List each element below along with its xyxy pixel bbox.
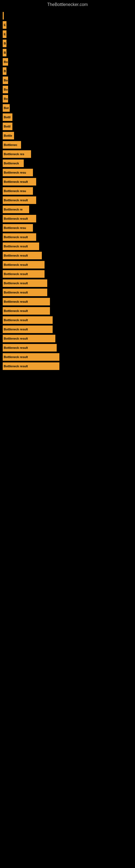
bar-row <box>3 12 135 20</box>
bar-label-30: Bottleneck result <box>4 282 28 285</box>
bar-row: Bottl <box>3 113 135 121</box>
bar-36: Bottleneck result <box>3 335 55 342</box>
bar-row: B <box>3 49 135 56</box>
bar-24: Bottleneck resu <box>3 224 33 231</box>
bar-row: Bottlenec <box>3 141 135 149</box>
bar-12: Bottl <box>3 113 12 121</box>
bar-17: Bottleneck <box>3 159 24 167</box>
bar-26: Bottleneck result <box>3 243 39 250</box>
bar-35: Bottleneck result <box>3 326 53 333</box>
bar-9: Bo <box>3 86 8 93</box>
bar-row: B <box>3 40 135 47</box>
bar-label-25: Bottleneck result <box>4 236 28 239</box>
bar-5: B <box>3 49 6 56</box>
bar-15: Bottlenec <box>3 141 21 149</box>
bar-27: Bottleneck result <box>3 252 42 259</box>
bar-31: Bottleneck result <box>3 289 47 296</box>
bar-25: Bottleneck result <box>3 233 36 241</box>
bar-18: Bottleneck resu <box>3 169 33 176</box>
bar-38: Bottleneck result <box>3 353 59 361</box>
bars-container: EEBBBoBBoBoBoBotBottlBottlBottleBottlene… <box>0 9 135 374</box>
bar-label-36: Bottleneck result <box>4 337 28 340</box>
bar-row: Bottleneck result <box>3 233 135 241</box>
bar-2: E <box>3 21 6 29</box>
bar-14: Bottle <box>3 132 14 140</box>
bar-39: Bottleneck result <box>3 362 59 370</box>
bar-21: Bottleneck result <box>3 196 36 204</box>
bar-label-38: Bottleneck result <box>4 355 28 359</box>
bar-row: Bottleneck result <box>3 261 135 269</box>
bar-label-18: Bottleneck resu <box>4 171 26 174</box>
bar-6: Bo <box>3 58 8 66</box>
bar-label-24: Bottleneck resu <box>4 226 26 229</box>
bar-label-8: Bo <box>4 79 8 82</box>
bar-label-37: Bottleneck result <box>4 346 28 349</box>
bar-28: Bottleneck result <box>3 261 45 269</box>
bar-row: Bottleneck result <box>3 362 135 370</box>
bar-3: E <box>3 30 6 38</box>
bar-row: Bottl <box>3 123 135 130</box>
bar-row: Bo <box>3 95 135 102</box>
bar-37: Bottleneck result <box>3 344 57 351</box>
bar-label-34: Bottleneck result <box>4 318 28 322</box>
bar-label-13: Bottl <box>4 125 10 128</box>
bar-row: Bot <box>3 104 135 112</box>
bar-row: E <box>3 21 135 29</box>
bar-row: Bottleneck result <box>3 316 135 324</box>
bar-label-22: Bottleneck re <box>4 208 23 211</box>
bar-row: Bottleneck res <box>3 150 135 158</box>
bar-22: Bottleneck re <box>3 206 29 213</box>
bar-row: Bottleneck result <box>3 270 135 278</box>
bar-row: B <box>3 67 135 75</box>
bar-20: Bottleneck resu <box>3 187 33 195</box>
bar-label-28: Bottleneck result <box>4 263 28 267</box>
bar-label-17: Bottleneck <box>4 162 19 165</box>
site-title: TheBottlenecker.com <box>0 0 135 9</box>
bar-7: B <box>3 67 6 75</box>
bar-row: Bottleneck result <box>3 326 135 333</box>
bar-label-10: Bo <box>4 97 8 100</box>
bar-row: Bo <box>3 76 135 84</box>
bar-row: Bottleneck resu <box>3 224 135 231</box>
bar-4: B <box>3 40 6 47</box>
bar-label-4: B <box>4 42 6 45</box>
bar-13: Bottl <box>3 123 12 130</box>
bar-label-35: Bottleneck result <box>4 328 28 331</box>
bar-19: Bottleneck result <box>3 178 36 186</box>
bar-label-32: Bottleneck result <box>4 300 28 303</box>
bar-row: Bo <box>3 58 135 66</box>
bar-34: Bottleneck result <box>3 316 53 324</box>
bar-label-9: Bo <box>4 88 8 91</box>
bar-1 <box>3 12 4 20</box>
bar-row: Bottleneck result <box>3 243 135 250</box>
bar-32: Bottleneck result <box>3 298 50 305</box>
bar-row: Bottleneck resu <box>3 187 135 195</box>
bar-23: Bottleneck result <box>3 215 36 222</box>
bar-label-31: Bottleneck result <box>4 291 28 294</box>
bar-row: Bottleneck result <box>3 215 135 222</box>
bar-row: Bottleneck result <box>3 178 135 186</box>
bar-label-2: E <box>4 23 6 27</box>
bar-row: Bottleneck result <box>3 353 135 361</box>
bar-30: Bottleneck result <box>3 279 47 287</box>
bar-label-7: B <box>4 69 6 73</box>
bar-label-3: E <box>4 33 6 36</box>
bar-label-26: Bottleneck result <box>4 245 28 248</box>
bar-16: Bottleneck res <box>3 150 31 158</box>
bar-label-5: B <box>4 51 6 54</box>
bar-10: Bo <box>3 95 8 102</box>
bar-8: Bo <box>3 76 8 84</box>
bar-row: Bottleneck <box>3 159 135 167</box>
bar-label-11: Bot <box>4 106 9 110</box>
bar-row: Bottleneck resu <box>3 169 135 176</box>
bar-29: Bottleneck result <box>3 270 45 278</box>
bar-label-21: Bottleneck result <box>4 198 28 202</box>
bar-label-16: Bottleneck res <box>4 152 24 156</box>
bar-row: E <box>3 30 135 38</box>
bar-33: Bottleneck result <box>3 307 50 315</box>
bar-11: Bot <box>3 104 10 112</box>
bar-row: Bottleneck result <box>3 335 135 342</box>
bar-row: Bottleneck result <box>3 252 135 259</box>
bar-label-12: Bottl <box>4 116 10 119</box>
bar-label-20: Bottleneck resu <box>4 189 26 193</box>
